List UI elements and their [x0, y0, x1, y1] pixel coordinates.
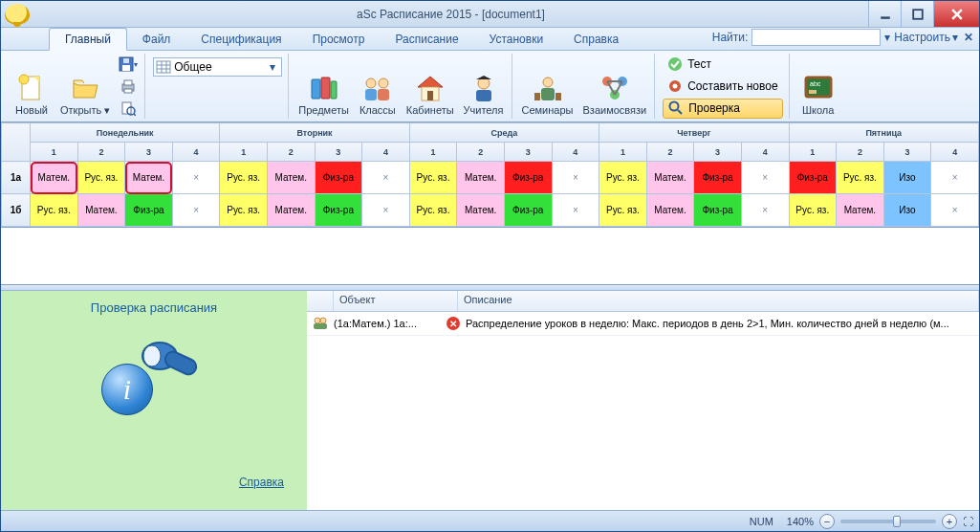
- tab-справка[interactable]: Справка: [558, 28, 634, 50]
- lesson-cell[interactable]: Рус. яз.: [409, 194, 457, 227]
- lesson-cell[interactable]: Физ-ра: [315, 194, 362, 227]
- lesson-cell[interactable]: [741, 194, 789, 227]
- lesson-cell[interactable]: [931, 162, 979, 194]
- svg-point-56: [320, 318, 326, 323]
- zoom-in-button[interactable]: +: [942, 514, 957, 529]
- print-preview-button[interactable]: [118, 99, 139, 118]
- lesson-cell[interactable]: [552, 194, 599, 227]
- close-button[interactable]: [933, 1, 979, 27]
- lesson-cell[interactable]: Матем.: [267, 194, 315, 227]
- lesson-cell[interactable]: Матем.: [31, 162, 78, 194]
- app-icon: [5, 4, 30, 25]
- check-icon: [667, 56, 683, 72]
- tab-просмотр[interactable]: Просмотр: [297, 28, 381, 50]
- lesson-cell[interactable]: Рус. яз.: [77, 162, 125, 194]
- lesson-cell[interactable]: Изо: [883, 162, 931, 194]
- lesson-cell[interactable]: [931, 194, 979, 227]
- svg-rect-30: [427, 91, 433, 100]
- gear-icon: [667, 78, 683, 94]
- svg-point-44: [668, 57, 682, 71]
- test-button[interactable]: Тест: [663, 55, 782, 75]
- col-object[interactable]: Объект: [334, 291, 458, 311]
- find-dropdown-icon[interactable]: ▾: [884, 31, 890, 44]
- lesson-cell[interactable]: Рус. яз.: [220, 194, 268, 227]
- new-button[interactable]: Новый: [11, 54, 53, 119]
- customize-button[interactable]: Настроить ▾: [894, 31, 958, 44]
- open-button[interactable]: Открыть ▾: [58, 54, 112, 119]
- lesson-cell[interactable]: Рус. яз.: [599, 162, 647, 194]
- panel-title: Проверка расписания: [91, 300, 217, 315]
- subjects-button[interactable]: Предметы: [296, 54, 351, 119]
- svg-rect-27: [378, 89, 389, 100]
- tab-установки[interactable]: Установки: [474, 28, 558, 50]
- minimize-button[interactable]: [868, 1, 901, 27]
- relations-button[interactable]: Взаимосвязи: [581, 54, 649, 119]
- lesson-cell[interactable]: Физ-ра: [789, 162, 837, 194]
- lesson-cell[interactable]: Физ-ра: [694, 162, 742, 194]
- lesson-cell[interactable]: Матем.: [837, 194, 884, 227]
- find-label: Найти:: [712, 31, 749, 44]
- svg-rect-32: [476, 90, 491, 101]
- lesson-cell[interactable]: Матем.: [457, 162, 505, 194]
- lesson-cell[interactable]: Рус. яз.: [31, 194, 78, 227]
- lesson-cell[interactable]: Рус. яз.: [837, 162, 884, 194]
- lesson-cell[interactable]: [172, 162, 220, 194]
- tab-расписание[interactable]: Расписание: [380, 28, 473, 50]
- lesson-cell[interactable]: Матем.: [457, 194, 505, 227]
- tab-файл[interactable]: Файл: [127, 28, 186, 50]
- lesson-cell[interactable]: [741, 162, 789, 194]
- seminars-button[interactable]: Семинары: [520, 54, 576, 119]
- lesson-cell[interactable]: [172, 194, 220, 227]
- schedule-grid: ПонедельникВторникСредаЧетвергПятница123…: [1, 122, 979, 228]
- tab-спецификация[interactable]: Спецификация: [185, 28, 296, 50]
- lesson-cell[interactable]: [362, 194, 410, 227]
- lesson-cell[interactable]: Изо: [883, 194, 931, 227]
- rooms-button[interactable]: Кабинеты: [404, 54, 456, 119]
- svg-rect-11: [124, 80, 132, 85]
- lesson-cell[interactable]: [552, 162, 599, 194]
- lesson-cell[interactable]: Матем.: [646, 194, 694, 227]
- maximize-button[interactable]: [901, 1, 933, 27]
- check-schedule-button[interactable]: Проверка: [663, 99, 782, 119]
- lesson-cell[interactable]: Рус. яз.: [599, 194, 647, 227]
- lesson-cell[interactable]: Матем.: [646, 162, 694, 194]
- flashlight-icon: i: [97, 324, 211, 420]
- lesson-cell[interactable]: Матем.: [125, 162, 173, 194]
- save-button[interactable]: ▾: [118, 55, 139, 74]
- svg-point-55: [315, 318, 320, 323]
- lesson-cell[interactable]: [362, 162, 410, 194]
- row-header[interactable]: 1а: [2, 162, 31, 194]
- lesson-cell[interactable]: Рус. яз.: [220, 162, 268, 194]
- relations-icon: [599, 73, 630, 103]
- col-icon[interactable]: [307, 291, 334, 311]
- lesson-cell[interactable]: Рус. яз.: [789, 194, 837, 227]
- print-button[interactable]: [118, 77, 139, 96]
- error-row[interactable]: (1а:Матем.) 1а:... ✕ Распределение уроко…: [307, 312, 979, 336]
- lesson-cell[interactable]: Физ-ра: [504, 162, 552, 194]
- lesson-cell[interactable]: Рус. яз.: [409, 162, 457, 194]
- lesson-cell[interactable]: Физ-ра: [504, 194, 552, 227]
- lesson-cell[interactable]: Матем.: [267, 162, 315, 194]
- school-button[interactable]: abc Школа: [797, 54, 839, 119]
- zoom-out-button[interactable]: −: [819, 514, 835, 529]
- open-icon: [70, 73, 100, 103]
- lesson-cell[interactable]: Физ-ра: [694, 194, 742, 227]
- svg-rect-12: [124, 89, 132, 93]
- window-title: aSc Расписание 2015 - [document1]: [33, 8, 868, 21]
- compose-button[interactable]: Составить новое: [663, 77, 782, 97]
- col-description[interactable]: Описание: [458, 291, 979, 311]
- help-link[interactable]: Справка: [239, 476, 284, 489]
- zoom-fit-button[interactable]: ⛶: [963, 516, 973, 527]
- lesson-cell[interactable]: Матем.: [77, 194, 125, 227]
- lesson-cell[interactable]: Физ-ра: [125, 194, 173, 227]
- lesson-cell[interactable]: Физ-ра: [315, 162, 362, 194]
- tab-главный[interactable]: Главный: [49, 28, 127, 51]
- row-header[interactable]: 1б: [2, 194, 31, 227]
- classes-button[interactable]: Классы: [357, 54, 399, 119]
- close-ribbon-icon[interactable]: ✕: [964, 31, 973, 44]
- svg-rect-23: [331, 81, 337, 99]
- find-input[interactable]: [751, 29, 881, 46]
- teachers-button[interactable]: Учителя: [462, 54, 506, 119]
- view-combo[interactable]: Общее ▾: [153, 57, 282, 77]
- zoom-slider[interactable]: [840, 520, 936, 523]
